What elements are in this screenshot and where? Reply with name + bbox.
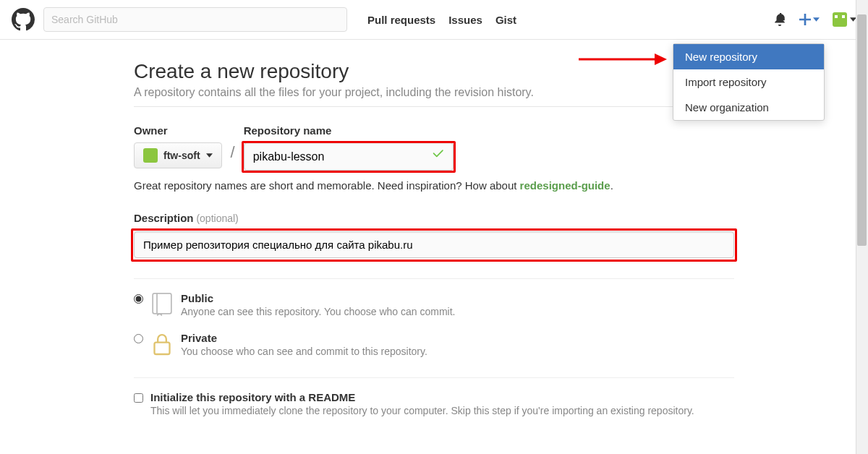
private-title: Private bbox=[181, 332, 427, 344]
readme-checkbox[interactable] bbox=[134, 393, 143, 403]
main-content: Create a new repository A repository con… bbox=[134, 40, 734, 416]
nav-issues[interactable]: Issues bbox=[448, 14, 482, 26]
private-desc: You choose who can see and commit to thi… bbox=[181, 346, 427, 357]
description-input[interactable] bbox=[134, 231, 734, 258]
nav-pull-requests[interactable]: Pull requests bbox=[367, 14, 435, 26]
slash-separator: / bbox=[231, 143, 235, 162]
create-new-menu[interactable] bbox=[799, 14, 820, 25]
user-avatar-menu[interactable] bbox=[833, 12, 856, 27]
name-suggestion-link[interactable]: redesigned-guide bbox=[520, 179, 610, 192]
owner-repo-row: Owner ftw-soft / Repository name bbox=[134, 124, 734, 171]
repo-public-icon bbox=[152, 292, 172, 317]
header-right bbox=[773, 12, 856, 27]
lock-icon bbox=[152, 332, 172, 356]
public-title: Public bbox=[181, 292, 456, 304]
readme-option[interactable]: Initialize this repository with a README… bbox=[134, 391, 734, 416]
notifications-icon[interactable] bbox=[773, 13, 786, 26]
dropdown-new-repository[interactable]: New repository bbox=[673, 44, 824, 69]
page-subtitle: A repository contains all the files for … bbox=[134, 86, 734, 99]
annotation-arrow-icon bbox=[579, 52, 669, 67]
create-new-dropdown: New repository Import repository New org… bbox=[673, 43, 825, 121]
owner-select[interactable]: ftw-soft bbox=[134, 142, 222, 168]
top-header: Pull requests Issues Gist bbox=[0, 0, 868, 40]
repo-name-input[interactable] bbox=[244, 142, 454, 171]
plus-icon bbox=[799, 14, 811, 25]
nav-links: Pull requests Issues Gist bbox=[367, 14, 516, 26]
avatar-icon bbox=[833, 12, 847, 27]
optional-tag: (optional) bbox=[196, 213, 238, 224]
readme-desc: This will let you immediately clone the … bbox=[150, 405, 694, 416]
description-label: Description bbox=[134, 212, 194, 224]
public-option[interactable]: Public Anyone can see this repository. Y… bbox=[134, 292, 734, 317]
owner-value: ftw-soft bbox=[163, 150, 200, 161]
caret-down-icon bbox=[206, 153, 213, 158]
scroll-thumb[interactable] bbox=[857, 14, 867, 246]
svg-rect-1 bbox=[153, 294, 171, 314]
description-group: Description (optional) bbox=[134, 212, 734, 258]
caret-down-icon bbox=[813, 17, 820, 22]
repo-name-help: Great repository names are short and mem… bbox=[134, 179, 734, 192]
private-radio[interactable] bbox=[134, 334, 143, 343]
owner-avatar-icon bbox=[143, 148, 158, 163]
svg-rect-3 bbox=[155, 343, 170, 354]
public-desc: Anyone can see this repository. You choo… bbox=[181, 306, 456, 317]
readme-title: Initialize this repository with a README bbox=[150, 391, 694, 403]
public-radio[interactable] bbox=[134, 294, 143, 304]
private-option[interactable]: Private You choose who can see and commi… bbox=[134, 332, 734, 357]
github-logo-icon[interactable] bbox=[12, 8, 35, 31]
search-input[interactable] bbox=[43, 7, 347, 32]
nav-gist[interactable]: Gist bbox=[495, 14, 516, 26]
dropdown-new-organization[interactable]: New organization bbox=[673, 95, 824, 120]
dropdown-import-repository[interactable]: Import repository bbox=[673, 69, 824, 95]
owner-label: Owner bbox=[134, 124, 222, 137]
scrollbar[interactable] bbox=[856, 0, 868, 416]
check-icon bbox=[432, 147, 445, 160]
repo-name-label: Repository name bbox=[244, 124, 454, 137]
